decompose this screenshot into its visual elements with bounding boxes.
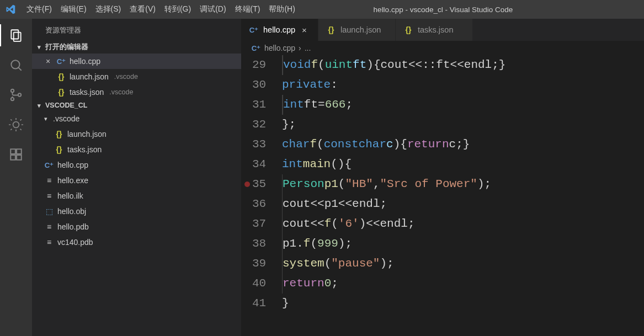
code-line[interactable]: }: [279, 294, 644, 313]
extensions-icon[interactable]: [7, 146, 25, 163]
file-icon: ≡: [44, 176, 54, 185]
source-control-icon[interactable]: [7, 86, 25, 104]
sidebar-title: 资源管理器: [32, 19, 241, 41]
folder-row[interactable]: ▾.vscode: [32, 111, 241, 126]
breakpoint-gutter[interactable]: [241, 75, 252, 95]
breadcrumb[interactable]: C⁺ hello.cpp › ...: [241, 41, 644, 55]
menu-item[interactable]: 调试(D): [195, 2, 230, 15]
vscode-logo-icon: [6, 4, 15, 14]
tab-bar: C⁺hello.cpp×{}launch.json{}tasks.json: [241, 19, 644, 41]
file-row[interactable]: ⬚hello.obj: [32, 204, 241, 219]
code-line[interactable]: private:: [279, 75, 644, 95]
breadcrumb-more: ...: [305, 44, 311, 52]
menu-item[interactable]: 转到(G): [160, 2, 195, 15]
file-row[interactable]: ≡vc140.pdb: [32, 234, 241, 250]
file-icon: ≡: [44, 222, 54, 231]
open-editors-header[interactable]: ▾ 打开的编辑器: [32, 41, 241, 54]
editor-tab[interactable]: {}launch.json: [318, 19, 396, 41]
workspace-header[interactable]: ▾ VSCODE_CL: [32, 100, 241, 111]
breakpoint-gutter[interactable]: [241, 174, 252, 194]
chevron-down-icon: ▾: [35, 102, 43, 109]
json-icon: {}: [54, 130, 64, 138]
breakpoint-gutter[interactable]: [241, 254, 252, 274]
line-number: 37: [252, 214, 274, 234]
tab-label: launch.json: [340, 25, 381, 34]
menu-item[interactable]: 终端(T): [231, 2, 265, 15]
line-number: 34: [252, 154, 274, 174]
breakpoint-gutter[interactable]: [241, 154, 252, 174]
file-name: hello.ilk: [57, 191, 83, 200]
editor-tab[interactable]: {}tasks.json: [396, 19, 473, 41]
breakpoint-gutter[interactable]: [241, 194, 252, 214]
code-line[interactable]: Person p1("HB","Src of Power");: [279, 174, 644, 194]
breakpoint-gutter[interactable]: [241, 234, 252, 254]
window-title: hello.cpp - vscode_cl - Visual Studio Co…: [303, 6, 638, 14]
object-file-icon: ⬚: [44, 207, 54, 216]
code-editor[interactable]: 29303132333435363738394041 void f(uint f…: [241, 55, 644, 336]
open-editor-item[interactable]: {}tasks.json.vscode: [32, 84, 241, 100]
file-row[interactable]: ≡hello.exe: [32, 173, 241, 188]
file-row[interactable]: {}launch.json: [32, 126, 241, 142]
menu-item[interactable]: 帮助(H): [264, 2, 299, 15]
code-line[interactable]: return 0;: [279, 274, 644, 294]
breakpoint-gutter[interactable]: [241, 135, 252, 154]
file-dir: .vscode: [109, 88, 133, 96]
breakpoint-gutter[interactable]: [241, 55, 252, 75]
svg-rect-10: [17, 155, 22, 160]
line-number: 31: [252, 95, 274, 115]
menu-item[interactable]: 编辑(E): [56, 2, 91, 15]
menu-item[interactable]: 选择(S): [91, 2, 126, 15]
file-name: launch.json: [67, 130, 107, 138]
chevron-down-icon: ▾: [35, 44, 43, 51]
file-row[interactable]: ≡hello.pdb: [32, 219, 241, 234]
code-line[interactable]: p1.f(999);: [279, 234, 644, 254]
code-line[interactable]: };: [279, 115, 644, 135]
search-icon[interactable]: [7, 56, 25, 74]
code-line[interactable]: void f(uint ft){cout<<::ft<<endl;}: [279, 55, 644, 75]
breakpoint-gutter[interactable]: [241, 274, 252, 294]
file-row[interactable]: {}tasks.json: [32, 142, 241, 157]
explorer-icon[interactable]: [7, 26, 25, 44]
chevron-down-icon: ▾: [42, 115, 50, 122]
code-line[interactable]: int main(){: [279, 154, 644, 174]
titlebar: 文件(F)编辑(E)选择(S)查看(V)转到(G)调试(D)终端(T)帮助(H)…: [0, 0, 644, 19]
file-name: hello.cpp: [57, 161, 88, 169]
close-icon[interactable]: ×: [302, 25, 307, 35]
editor-tab[interactable]: C⁺hello.cpp×: [241, 19, 318, 41]
line-number: 38: [252, 234, 274, 254]
breakpoint-gutter[interactable]: [241, 214, 252, 234]
json-icon: {}: [56, 72, 66, 81]
breakpoint-icon[interactable]: [244, 182, 250, 187]
open-editor-item[interactable]: {}launch.json.vscode: [32, 69, 241, 84]
code-line[interactable]: cout<<f('6')<<endl;: [279, 214, 644, 234]
json-icon: {}: [54, 145, 64, 154]
code-line[interactable]: char f(const char c){return c;}: [279, 135, 644, 154]
close-icon[interactable]: ×: [43, 57, 53, 66]
line-number: 33: [252, 135, 274, 154]
menu-item[interactable]: 文件(F): [22, 2, 56, 15]
file-row[interactable]: C⁺hello.cpp: [32, 157, 241, 173]
file-name: hello.cpp: [70, 57, 100, 66]
menu-item[interactable]: 查看(V): [125, 2, 160, 15]
svg-point-6: [18, 93, 21, 96]
svg-point-7: [13, 122, 19, 128]
debug-icon[interactable]: [7, 116, 25, 134]
code-line[interactable]: int ft=666;: [279, 95, 644, 115]
line-number: 29: [252, 55, 274, 75]
activity-bar: [0, 19, 32, 336]
breakpoint-gutter[interactable]: [241, 115, 252, 135]
file-name: tasks.json: [70, 88, 104, 97]
svg-rect-11: [17, 149, 22, 154]
code-line[interactable]: cout<<p1<<endl;: [279, 194, 644, 214]
breakpoint-gutter[interactable]: [241, 294, 252, 313]
line-number: 30: [252, 75, 274, 95]
folder-name: .vscode: [53, 114, 79, 123]
line-number: 36: [252, 194, 274, 214]
open-editor-item[interactable]: ×C⁺hello.cpp: [32, 54, 241, 69]
code-line[interactable]: system("pause");: [279, 254, 644, 274]
file-row[interactable]: ≡hello.ilk: [32, 188, 241, 204]
line-number: 41: [252, 294, 274, 313]
file-name: hello.obj: [57, 207, 86, 216]
breakpoint-gutter[interactable]: [241, 95, 252, 115]
line-number: 40: [252, 274, 274, 294]
